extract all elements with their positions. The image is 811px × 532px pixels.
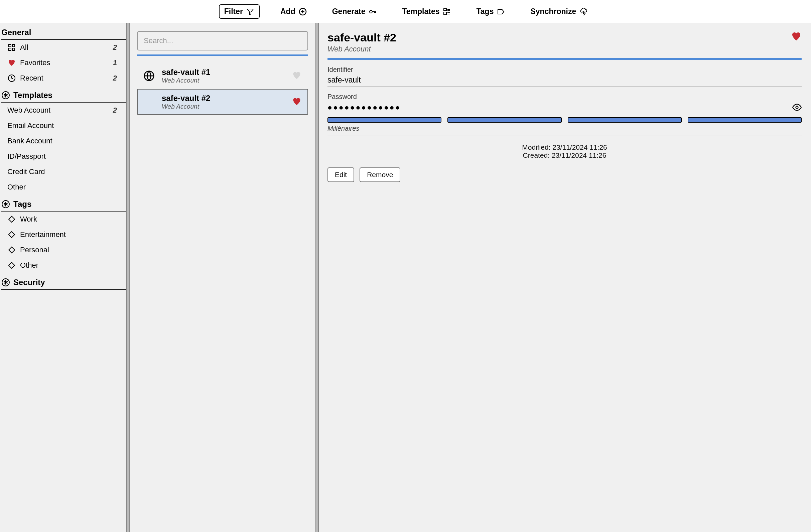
identifier-value: safe-vault (327, 76, 361, 85)
svg-rect-14 (12, 44, 15, 47)
sidebar-item-label: Bank Account (7, 137, 122, 146)
add-label: Add (280, 7, 295, 16)
sidebar-item-count: 2 (113, 106, 122, 115)
sidebar-item-work[interactable]: Work (0, 212, 127, 227)
sidebar-item-bank-account[interactable]: Bank Account (0, 133, 127, 149)
tags-button[interactable]: Tags (472, 5, 509, 18)
sidebar-item-label: Entertainment (20, 230, 122, 239)
section-header-tags[interactable]: Tags (1, 195, 126, 212)
edit-button[interactable]: Edit (327, 167, 354, 182)
cloud-sync-icon (579, 8, 587, 16)
template-icon (443, 8, 451, 16)
button-row: Edit Remove (327, 167, 802, 182)
sidebar-item-label: All (20, 43, 109, 52)
toolbar: Filter Add Generate Templates Tags Synch… (0, 0, 811, 23)
tag-outline-icon (7, 246, 16, 254)
templates-button[interactable]: Templates (397, 5, 456, 18)
sidebar-item-label: Favorites (20, 59, 109, 67)
entry-icon-placeholder (143, 96, 155, 108)
section-header-general[interactable]: General (1, 23, 126, 40)
svg-point-32 (796, 106, 798, 109)
sidebar-item-other-template[interactable]: Other (0, 180, 127, 195)
identifier-field: Identifier safe-vault (327, 66, 802, 87)
entry-title: safe-vault #2 (162, 94, 285, 103)
heart-icon (7, 59, 16, 67)
sidebar-item-label: Other (7, 183, 122, 192)
sidebar-item-label: Email Account (7, 121, 122, 130)
entry-subtitle: Web Account (162, 103, 285, 110)
entry-title: safe-vault #1 (162, 67, 285, 77)
section-header-templates[interactable]: Templates (1, 86, 126, 103)
tag-outline-icon (7, 230, 16, 239)
sidebar-item-id-passport[interactable]: ID/Passport (0, 149, 127, 164)
field-label: Password (327, 93, 802, 101)
synchronize-button[interactable]: Synchronize (526, 5, 592, 18)
meta-block: Modified: 23/11/2024 11:26 Created: 23/1… (327, 143, 802, 159)
sidebar: General All 2 Favorites 1 Recent 2 Templ… (0, 23, 127, 532)
list-item[interactable]: safe-vault #1 Web Account (137, 63, 308, 89)
remove-button[interactable]: Remove (359, 167, 400, 182)
sidebar-item-credit-card[interactable]: Credit Card (0, 164, 127, 180)
strength-bar (447, 117, 561, 123)
vertical-divider[interactable] (127, 23, 129, 532)
field-label: Identifier (327, 66, 802, 74)
list-item[interactable]: safe-vault #2 Web Account (137, 89, 308, 115)
strength-bars (327, 117, 802, 123)
strength-bar (327, 117, 441, 123)
detail-subtitle: Web Account (327, 45, 396, 54)
svg-point-3 (370, 10, 372, 13)
heart-filled-icon[interactable] (292, 97, 302, 107)
tag-outline-icon (7, 261, 16, 270)
svg-rect-7 (444, 9, 446, 11)
sidebar-item-email-account[interactable]: Email Account (0, 118, 127, 133)
section-title: Tags (13, 199, 31, 209)
eye-icon[interactable] (792, 103, 802, 112)
detail-panel: safe-vault #2 Web Account Identifier saf… (318, 23, 811, 532)
templates-label: Templates (402, 7, 440, 16)
password-field: Password ●●●●●●●●●●●●● Millénaires (327, 93, 802, 135)
modified-line: Modified: 23/11/2024 11:26 (327, 143, 802, 151)
sidebar-item-label: Work (20, 215, 122, 224)
heart-outline-icon[interactable] (292, 71, 302, 81)
sidebar-item-label: Other (20, 261, 122, 270)
svg-rect-13 (9, 44, 11, 47)
list-panel: safe-vault #1 Web Account safe-vault #2 … (129, 23, 316, 532)
entry-subtitle: Web Account (162, 77, 285, 84)
generate-button[interactable]: Generate (327, 5, 382, 18)
clock-icon (7, 74, 16, 82)
svg-rect-16 (12, 48, 15, 50)
plus-circle-icon (299, 8, 307, 16)
sidebar-item-personal[interactable]: Personal (0, 242, 127, 258)
main-panels: General All 2 Favorites 1 Recent 2 Templ… (0, 23, 811, 532)
created-line: Created: 23/11/2024 11:26 (327, 151, 802, 159)
sidebar-item-label: ID/Passport (7, 152, 122, 161)
sidebar-item-web-account[interactable]: Web Account 2 (0, 103, 127, 118)
add-button[interactable]: Add (276, 5, 311, 18)
section-title: Security (13, 278, 45, 287)
sidebar-item-label: Credit Card (7, 167, 122, 176)
asterisk-circle-icon (1, 91, 10, 100)
sidebar-item-recent[interactable]: Recent 2 (0, 71, 127, 86)
synchronize-label: Synchronize (530, 7, 576, 16)
sidebar-item-label: Recent (20, 74, 109, 82)
heart-filled-icon[interactable] (791, 31, 802, 43)
strength-bar (688, 117, 802, 123)
filter-label: Filter (224, 7, 243, 16)
search-input[interactable] (137, 31, 308, 50)
tags-label: Tags (476, 7, 493, 16)
sidebar-item-count: 2 (113, 74, 122, 82)
detail-title: safe-vault #2 (327, 31, 396, 44)
strength-label: Millénaires (327, 125, 802, 135)
sidebar-item-other-tag[interactable]: Other (0, 258, 127, 273)
strength-bar (568, 117, 682, 123)
section-header-security[interactable]: Security (1, 273, 126, 290)
sidebar-item-favorites[interactable]: Favorites 1 (0, 55, 127, 71)
sidebar-item-entertainment[interactable]: Entertainment (0, 227, 127, 242)
filter-icon (246, 8, 254, 16)
detail-header: safe-vault #2 Web Account (327, 31, 802, 54)
vertical-divider[interactable] (316, 23, 318, 532)
entry-text: safe-vault #2 Web Account (162, 94, 285, 110)
filter-button[interactable]: Filter (219, 4, 260, 19)
sidebar-item-all[interactable]: All 2 (0, 40, 127, 55)
globe-icon (143, 70, 155, 82)
